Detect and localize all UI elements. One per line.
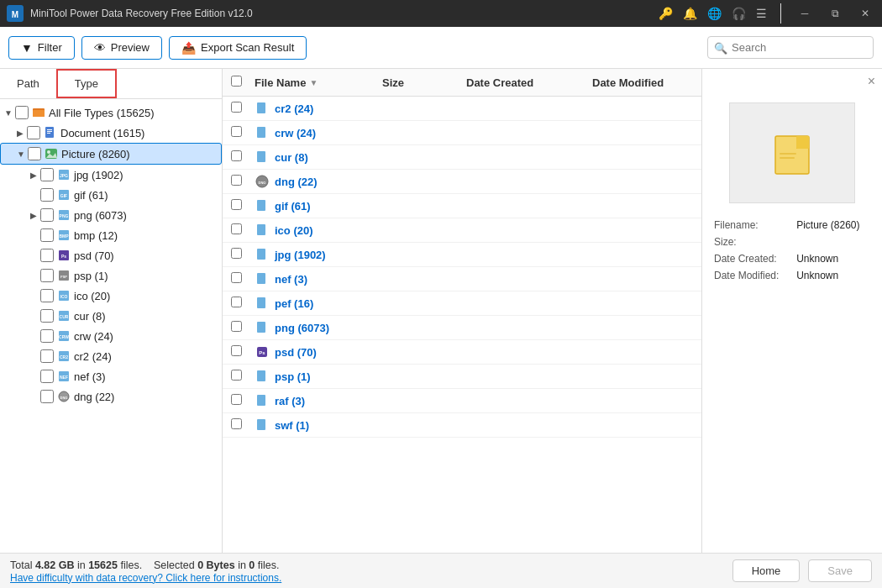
- table-row[interactable]: gif (61): [223, 194, 701, 218]
- row-checkbox-2[interactable]: [231, 150, 242, 161]
- table-row[interactable]: nef (3): [223, 267, 701, 291]
- tree-item-dng[interactable]: ▶ DNG dng (22): [0, 386, 222, 407]
- filter-button[interactable]: ▼ Filter: [8, 36, 75, 60]
- checkbox-picture[interactable]: [28, 147, 41, 160]
- col-header-filename: File Name ▼: [255, 76, 382, 89]
- svg-text:DNG: DNG: [60, 396, 68, 400]
- select-all-checkbox[interactable]: [231, 76, 242, 87]
- expand-all-icon[interactable]: ▼: [2, 106, 15, 119]
- tab-type[interactable]: Type: [56, 69, 117, 98]
- preview-close-button[interactable]: ×: [868, 74, 875, 89]
- table-row[interactable]: raf (3): [223, 389, 701, 413]
- checkbox-psd[interactable]: [40, 249, 54, 262]
- table-row[interactable]: cr2 (24): [223, 97, 701, 121]
- table-row[interactable]: psp (1): [223, 365, 701, 389]
- export-button[interactable]: 📤 Export Scan Result: [169, 36, 307, 60]
- table-row[interactable]: jpg (1902): [223, 243, 701, 267]
- file-list: cr2 (24) crw (24) cur (8) DNG dng (22): [223, 97, 701, 553]
- bell-icon[interactable]: 🔔: [683, 7, 697, 20]
- minimize-button[interactable]: ─: [795, 3, 815, 24]
- tree-item-cr2[interactable]: ▶ CR2 cr2 (24): [0, 346, 222, 366]
- checkbox-cur[interactable]: [40, 309, 54, 323]
- row-checkbox-5[interactable]: [231, 223, 242, 234]
- search-input[interactable]: [707, 36, 874, 59]
- table-row[interactable]: pef (16): [223, 291, 701, 316]
- row-checkbox-8[interactable]: [231, 297, 242, 307]
- svg-text:ICO: ICO: [60, 294, 68, 299]
- checkbox-gif[interactable]: [40, 188, 54, 202]
- close-button[interactable]: ✕: [855, 3, 875, 24]
- table-row[interactable]: crw (24): [223, 121, 701, 145]
- file-name: cur (8): [275, 151, 308, 164]
- tree-item-nef[interactable]: ▶ NEF nef (3): [0, 366, 222, 386]
- checkbox-jpg[interactable]: [40, 168, 54, 181]
- row-checkbox-12[interactable]: [231, 394, 242, 405]
- expand-jpg-icon[interactable]: ▶: [27, 168, 40, 181]
- row-checkbox-7[interactable]: [231, 272, 242, 283]
- tree-item-gif[interactable]: ▶ GIF gif (61): [0, 185, 222, 205]
- tree-item-jpg[interactable]: ▶ JPG jpg (1902): [0, 165, 222, 185]
- table-row[interactable]: swf (1): [223, 413, 701, 438]
- checkbox-dng[interactable]: [40, 390, 54, 403]
- file-list-header: File Name ▼ Size Date Created Date Modif…: [223, 69, 701, 97]
- tree-item-bmp[interactable]: ▶ BMP bmp (12): [0, 225, 222, 245]
- preview-button[interactable]: 👁 Preview: [81, 36, 162, 60]
- menu-icon[interactable]: ☰: [756, 7, 767, 20]
- row-checkbox-1[interactable]: [231, 126, 242, 137]
- restore-button[interactable]: ⧉: [825, 3, 845, 24]
- tree-item-png[interactable]: ▶ PNG png (6073): [0, 205, 222, 225]
- svg-rect-40: [257, 200, 265, 211]
- checkbox-nef[interactable]: [40, 370, 54, 383]
- row-checkbox-4[interactable]: [231, 199, 242, 210]
- svg-text:CRW: CRW: [59, 334, 69, 339]
- row-checkbox-11[interactable]: [231, 370, 242, 381]
- save-button[interactable]: Save: [808, 559, 872, 582]
- checkbox-cr2[interactable]: [40, 349, 54, 363]
- main-area: Path Type ▼ All File Types (15625) ▶ Do: [0, 69, 882, 553]
- table-row[interactable]: Ps psd (70): [223, 340, 701, 365]
- bmp-icon: BMP: [56, 228, 71, 243]
- key-icon[interactable]: 🔑: [659, 7, 673, 20]
- nef-icon: NEF: [56, 369, 71, 384]
- row-checkbox-6[interactable]: [231, 248, 242, 259]
- tree-item-ico[interactable]: ▶ ICO ico (20): [0, 286, 222, 306]
- tree-item-all[interactable]: ▼ All File Types (15625): [0, 102, 222, 123]
- col-header-size: Size: [382, 76, 466, 89]
- svg-text:PSP: PSP: [60, 275, 67, 279]
- row-checkbox-13[interactable]: [231, 418, 242, 429]
- table-row[interactable]: ico (20): [223, 218, 701, 243]
- file-list-panel: File Name ▼ Size Date Created Date Modif…: [223, 69, 701, 553]
- checkbox-all[interactable]: [15, 106, 29, 119]
- preview-panel: × Filename: Picture (8260) Size:: [701, 69, 882, 553]
- tree-item-psd[interactable]: ▶ Ps psd (70): [0, 245, 222, 265]
- tree-item-psp[interactable]: ▶ PSP psp (1): [0, 265, 222, 286]
- help-link[interactable]: Have difficulty with data recovery? Clic…: [10, 572, 281, 584]
- checkbox-png[interactable]: [40, 208, 54, 222]
- row-checkbox-10[interactable]: [231, 345, 242, 356]
- expand-doc-icon[interactable]: ▶: [13, 126, 27, 139]
- checkbox-bmp[interactable]: [40, 228, 54, 242]
- checkbox-psp[interactable]: [40, 269, 54, 282]
- row-checkbox-9[interactable]: [231, 321, 242, 332]
- checkbox-document[interactable]: [27, 126, 40, 139]
- headset-icon[interactable]: 🎧: [732, 7, 746, 20]
- sort-arrow-icon[interactable]: ▼: [309, 78, 318, 87]
- globe-icon[interactable]: 🌐: [707, 7, 722, 20]
- row-checkbox-0[interactable]: [231, 102, 242, 113]
- table-row[interactable]: DNG dng (22): [223, 170, 701, 194]
- home-button[interactable]: Home: [732, 559, 801, 582]
- expand-png-icon[interactable]: ▶: [27, 208, 40, 222]
- tree-item-picture[interactable]: ▼ Picture (8260): [0, 143, 222, 165]
- tab-path[interactable]: Path: [0, 69, 56, 98]
- tree-item-cur[interactable]: ▶ CUR cur (8): [0, 306, 222, 326]
- document-icon: [43, 125, 58, 140]
- tree-item-document[interactable]: ▶ Document (1615): [0, 123, 222, 143]
- expand-picture-icon[interactable]: ▼: [14, 147, 28, 160]
- table-row[interactable]: cur (8): [223, 145, 701, 170]
- row-checkbox-3[interactable]: [231, 175, 242, 186]
- tree-item-crw[interactable]: ▶ CRW crw (24): [0, 326, 222, 346]
- checkbox-ico[interactable]: [40, 289, 54, 302]
- all-files-icon: [31, 105, 46, 120]
- checkbox-crw[interactable]: [40, 329, 54, 343]
- table-row[interactable]: png (6073): [223, 316, 701, 340]
